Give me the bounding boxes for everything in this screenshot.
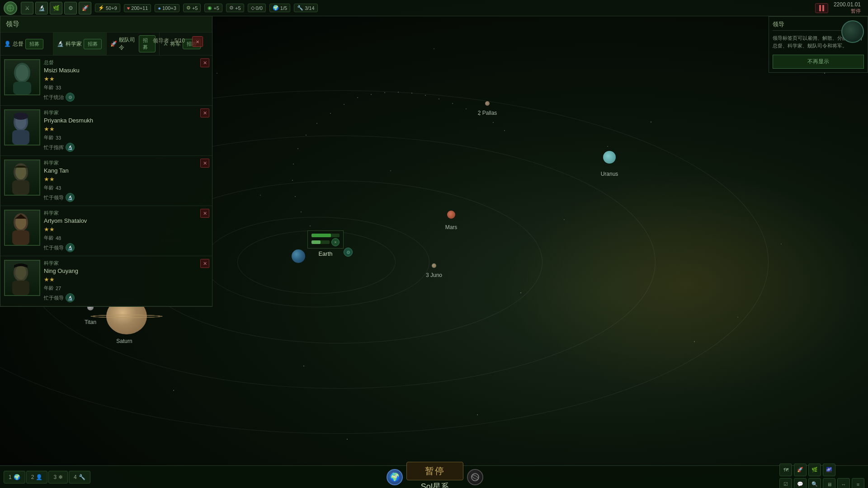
br-icon-galaxy[interactable]: 🌌 (823, 464, 835, 476)
kang-status-icon[interactable]: 🔬 (66, 193, 75, 202)
tab4-icon: 🔧 (79, 474, 85, 480)
admiral-icon: 🚀 (110, 41, 117, 47)
artyom-age: 年龄 48 (44, 235, 208, 241)
bottom-right-row-2: ☑ 💬 🔍 🖥 ↔ ≡ (779, 478, 864, 488)
governor-info: 总督 Msizi Masuku ★★ 年龄 33 忙于统治 ⚙ (44, 59, 208, 102)
ning-stars: ★★ (44, 276, 208, 283)
blue-value: 100+3 (162, 5, 176, 11)
panel-close-btn[interactable]: × (192, 36, 203, 47)
bottom-tab-2[interactable]: 2 👤 (26, 471, 48, 483)
tab2-icon: 👤 (36, 474, 42, 480)
scientist-recruit-btn[interactable]: 招募 (84, 39, 102, 49)
hp-icon: ♥ (127, 5, 130, 11)
resource-wrench: 🔧 3/14 (294, 4, 317, 12)
tab1-num: 1 (9, 474, 12, 480)
system-icon-left[interactable]: 🌍 (387, 469, 403, 485)
date-value: 2200.01.01 (834, 1, 861, 8)
ning-card-close[interactable]: ✕ (200, 259, 209, 268)
artyom-status-icon[interactable]: 🔬 (66, 243, 75, 252)
svg-rect-2 (13, 82, 31, 94)
panel-title: 领导 (0, 16, 212, 33)
artyom-stars: ★★ (44, 226, 208, 233)
tab-governor[interactable]: 👤 总督 招募 (0, 33, 53, 55)
governor-recruit-btn[interactable]: 招募 (25, 39, 43, 49)
toolbar-btn-3[interactable]: 🌿 (50, 2, 62, 14)
governor-card-close[interactable]: ✕ (200, 58, 209, 67)
priyanka-card-close[interactable]: ✕ (200, 108, 209, 117)
top-bar: ⚔ 🔬 🌿 ⚙ 🚀 ⚡ 50+9 ♥ 200+11 ● 100+3 ⚙ +5 ◉… (0, 0, 868, 16)
earth-icon-2[interactable]: ⚙ (344, 248, 353, 257)
ning-status-icon[interactable]: 🔬 (66, 293, 75, 302)
juno-planet (432, 263, 436, 268)
resource-green1: ⚙ +5 (183, 4, 201, 12)
priyanka-status-icon[interactable]: 🔬 (66, 143, 75, 152)
titan-label: Titan (85, 319, 96, 325)
br-icon-fleet[interactable]: 🚀 (794, 464, 807, 476)
g1-icon: ⚙ (186, 5, 191, 11)
governor-status-text: 忙于统治 (44, 94, 64, 101)
svg-point-16 (15, 265, 26, 280)
world-icon: 🌍 (273, 5, 279, 11)
toolbar-btn-4[interactable]: ⚙ (64, 2, 77, 14)
kang-portrait (4, 160, 40, 196)
br-icon-arrows[interactable]: ↔ (837, 478, 850, 488)
kang-card-close[interactable]: ✕ (200, 159, 209, 168)
system-name: Sol星系 (421, 481, 449, 488)
bottom-tab-4[interactable]: 4 🔧 (69, 471, 90, 483)
toolbar-btn-5[interactable]: 🚀 (79, 2, 91, 14)
br-icon-tree[interactable]: 🌿 (808, 464, 821, 476)
tab-admiral[interactable]: 🚀 舰队司令 招募 (107, 33, 160, 55)
diamond-value: 0/0 (256, 5, 263, 11)
tab4-num: 4 (74, 474, 77, 480)
artyom-status: 忙于领导 🔬 (44, 243, 208, 252)
br-icon-screen[interactable]: 🖥 (823, 478, 835, 488)
br-icon-msg[interactable]: 💬 (794, 478, 807, 488)
pause-icon (819, 5, 824, 11)
hp-value: 200+11 (131, 5, 148, 11)
tab3-num: 3 (53, 474, 57, 480)
tab-scientist[interactable]: 🔬 科学家 招募 (53, 33, 106, 55)
bottom-tabs: 1 🌍 2 👤 3 ❄ 4 🔧 (0, 471, 94, 483)
bottom-system-row: 🌍 暂停 Sol星系 (387, 462, 483, 488)
system-labels: 暂停 Sol星系 (406, 462, 463, 488)
ning-age: 年龄 27 (44, 285, 208, 291)
bottom-tab-1[interactable]: 1 🌍 (4, 471, 25, 483)
gear-icon: ⚙ (229, 5, 234, 11)
wrench-icon: 🔧 (297, 5, 303, 11)
system-icon-right[interactable] (467, 469, 483, 485)
g2-value: +5 (213, 5, 219, 11)
ning-status: 忙于领导 🔬 (44, 293, 208, 302)
earth-label: Earth (307, 250, 344, 257)
app-logo[interactable] (4, 1, 17, 15)
bottom-tab-3[interactable]: 3 ❄ (48, 471, 68, 483)
mars-label: Mars (445, 224, 458, 230)
earth-bar-fill-bottom (311, 240, 321, 244)
svg-rect-9 (12, 180, 29, 195)
scientist-icon: 🔬 (57, 41, 64, 47)
gear-value: +5 (235, 5, 241, 11)
artyom-card-close[interactable]: ✕ (200, 209, 209, 218)
uranus-planet (603, 151, 616, 164)
governor-status-icon[interactable]: ⚙ (66, 93, 75, 102)
right-panel-avatar (841, 20, 864, 43)
pause-btn[interactable] (815, 3, 828, 13)
earth-action-icon[interactable]: × (331, 238, 340, 246)
right-panel-dismiss-btn[interactable]: 不再显示 (773, 55, 864, 69)
br-icon-zoom[interactable]: 🔍 (808, 478, 821, 488)
br-icon-menu[interactable]: ≡ (852, 478, 864, 488)
saturn-ring (90, 314, 163, 318)
pause-label: 暂停 (834, 8, 861, 14)
br-icon-map[interactable]: 🗺 (779, 464, 792, 476)
g1-value: +5 (192, 5, 198, 11)
priyanka-status: 忙于指挥 🔬 (44, 143, 208, 152)
br-icon-check[interactable]: ☑ (779, 478, 792, 488)
tab3-icon: ❄ (58, 474, 63, 480)
artyom-info: 科学家 Artyom Shatalov ★★ 年龄 48 忙于领导 🔬 (44, 210, 208, 252)
earth-planet[interactable] (292, 249, 305, 263)
earth-bar-fill-top (311, 234, 331, 237)
toolbar-btn-1[interactable]: ⚔ (21, 2, 33, 14)
earth-bar-bottom (311, 240, 330, 244)
governor-tab-label: 总督 (13, 40, 24, 48)
resource-blue: ● 100+3 (155, 4, 179, 12)
toolbar-btn-2[interactable]: 🔬 (35, 2, 48, 14)
